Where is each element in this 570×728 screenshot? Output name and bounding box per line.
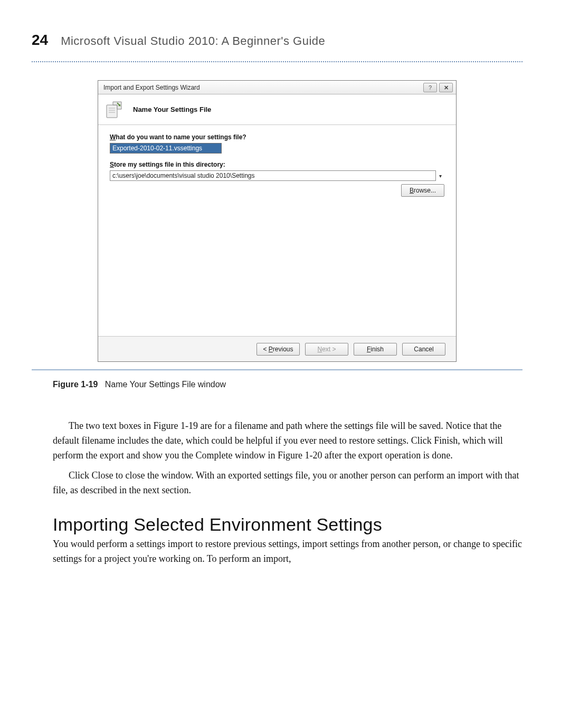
directory-input[interactable]: c:\users\joe\documents\visual studio 201… xyxy=(110,170,436,181)
dialog-footer: < Previous Next > Finish Cancel xyxy=(98,336,456,361)
page-root: 24 Microsoft Visual Studio 2010: A Begin… xyxy=(0,0,570,614)
cancel-button[interactable]: Cancel xyxy=(402,343,445,356)
svg-rect-0 xyxy=(107,105,117,118)
wizard-dialog: Import and Export Settings Wizard ? ✕ xyxy=(98,80,457,362)
dialog-title: Import and Export Settings Wizard xyxy=(103,84,421,91)
running-head: 24 Microsoft Visual Studio 2010: A Begin… xyxy=(32,32,522,49)
help-button[interactable]: ? xyxy=(423,83,437,92)
directory-label: Store my settings file in this directory… xyxy=(110,161,444,168)
header-rule xyxy=(32,61,522,62)
filename-label: What do you want to name your settings f… xyxy=(110,133,444,141)
filename-input[interactable]: Exported-2010-02-11.vssettings xyxy=(110,143,222,154)
dialog-titlebar[interactable]: Import and Export Settings Wizard ? ✕ xyxy=(98,81,456,94)
help-icon: ? xyxy=(429,84,432,91)
page-number: 24 xyxy=(32,32,48,49)
dropdown-icon[interactable]: ▾ xyxy=(436,173,444,179)
next-button: Next > xyxy=(305,343,348,356)
close-icon: ✕ xyxy=(444,84,449,91)
finish-button[interactable]: Finish xyxy=(354,343,397,356)
paragraph-2: Click Close to close the window. With an… xyxy=(53,468,522,498)
section-paragraph: You would perform a settings import to r… xyxy=(53,537,522,567)
section-body: You would perform a settings import to r… xyxy=(53,537,522,567)
dialog-body: What do you want to name your settings f… xyxy=(98,125,456,336)
body-text: The two text boxes in Figure 1-19 are fo… xyxy=(53,419,522,497)
figure-rule xyxy=(32,369,522,370)
section-heading: Importing Selected Environment Settings xyxy=(53,514,522,535)
figure-label: Figure 1-19 xyxy=(53,380,98,389)
wizard-icon xyxy=(106,100,126,120)
close-button[interactable]: ✕ xyxy=(439,83,453,92)
figure-caption: Figure 1-19 Name Your Settings File wind… xyxy=(53,380,522,389)
figure-caption-text: Name Your Settings File window xyxy=(105,380,226,389)
dialog-header: Name Your Settings File xyxy=(98,94,456,125)
dialog-heading: Name Your Settings File xyxy=(133,106,211,113)
browse-button[interactable]: Browse... xyxy=(401,184,444,197)
previous-button[interactable]: < Previous xyxy=(256,343,300,356)
paragraph-1: The two text boxes in Figure 1-19 are fo… xyxy=(53,419,522,463)
book-title: Microsoft Visual Studio 2010: A Beginner… xyxy=(61,34,325,48)
